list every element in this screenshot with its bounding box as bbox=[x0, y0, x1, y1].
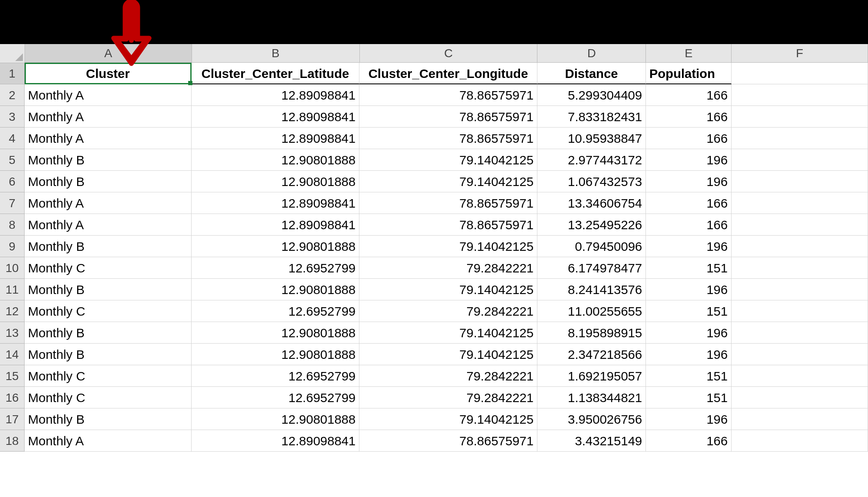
select-all-corner[interactable] bbox=[0, 44, 25, 63]
cell-D8[interactable]: 13.25495226 bbox=[537, 214, 646, 236]
cell-A5[interactable]: Monthly B bbox=[25, 149, 192, 171]
cell-E12[interactable]: 151 bbox=[646, 300, 732, 322]
cell-F7[interactable] bbox=[732, 192, 868, 214]
cell-C16[interactable]: 79.2842221 bbox=[359, 387, 537, 408]
cell-E17[interactable]: 196 bbox=[646, 408, 732, 430]
cell-B16[interactable]: 12.6952799 bbox=[192, 387, 359, 408]
row-header-8[interactable]: 8 bbox=[0, 214, 25, 236]
cell-C6[interactable]: 79.14042125 bbox=[359, 171, 537, 192]
cell-B14[interactable]: 12.90801888 bbox=[192, 344, 359, 365]
cell-A17[interactable]: Monthly B bbox=[25, 408, 192, 430]
cell-E15[interactable]: 151 bbox=[646, 365, 732, 387]
cell-A13[interactable]: Monthly B bbox=[25, 322, 192, 344]
cell-C9[interactable]: 79.14042125 bbox=[359, 236, 537, 257]
cell-D7[interactable]: 13.34606754 bbox=[537, 192, 646, 214]
row-header-2[interactable]: 2 bbox=[0, 84, 25, 106]
row-header-16[interactable]: 16 bbox=[0, 387, 25, 408]
cell-D5[interactable]: 2.977443172 bbox=[537, 149, 646, 171]
cell-B3[interactable]: 12.89098841 bbox=[192, 106, 359, 128]
cell-D14[interactable]: 2.347218566 bbox=[537, 344, 646, 365]
cell-F4[interactable] bbox=[732, 128, 868, 149]
cell-B4[interactable]: 12.89098841 bbox=[192, 128, 359, 149]
cell-A1[interactable]: Cluster bbox=[25, 63, 192, 84]
cell-D15[interactable]: 1.692195057 bbox=[537, 365, 646, 387]
cell-B13[interactable]: 12.90801888 bbox=[192, 322, 359, 344]
cell-F17[interactable] bbox=[732, 408, 868, 430]
cell-E9[interactable]: 196 bbox=[646, 236, 732, 257]
cell-E7[interactable]: 166 bbox=[646, 192, 732, 214]
cell-F12[interactable] bbox=[732, 300, 868, 322]
cell-A4[interactable]: Monthly A bbox=[25, 128, 192, 149]
cell-A15[interactable]: Monthly C bbox=[25, 365, 192, 387]
column-header-E[interactable]: E bbox=[646, 44, 732, 63]
row-header-10[interactable]: 10 bbox=[0, 257, 25, 279]
cell-A9[interactable]: Monthly B bbox=[25, 236, 192, 257]
column-header-B[interactable]: B bbox=[192, 44, 360, 63]
cell-B8[interactable]: 12.89098841 bbox=[192, 214, 359, 236]
cell-B17[interactable]: 12.90801888 bbox=[192, 408, 359, 430]
cell-E14[interactable]: 196 bbox=[646, 344, 732, 365]
row-header-4[interactable]: 4 bbox=[0, 128, 25, 149]
cell-D4[interactable]: 10.95938847 bbox=[537, 128, 646, 149]
cell-E2[interactable]: 166 bbox=[646, 84, 732, 106]
cell-C3[interactable]: 78.86575971 bbox=[359, 106, 537, 128]
column-header-F[interactable]: F bbox=[732, 44, 868, 63]
row-header-5[interactable]: 5 bbox=[0, 149, 25, 171]
cell-D13[interactable]: 8.195898915 bbox=[537, 322, 646, 344]
cell-E3[interactable]: 166 bbox=[646, 106, 732, 128]
cell-D17[interactable]: 3.950026756 bbox=[537, 408, 646, 430]
cell-C2[interactable]: 78.86575971 bbox=[359, 84, 537, 106]
cell-C11[interactable]: 79.14042125 bbox=[359, 279, 537, 300]
cell-A18[interactable]: Monthly A bbox=[25, 430, 192, 452]
cell-E10[interactable]: 151 bbox=[646, 257, 732, 279]
cell-C4[interactable]: 78.86575971 bbox=[359, 128, 537, 149]
cell-F3[interactable] bbox=[732, 106, 868, 128]
cell-D6[interactable]: 1.067432573 bbox=[537, 171, 646, 192]
cell-E13[interactable]: 196 bbox=[646, 322, 732, 344]
cell-C13[interactable]: 79.14042125 bbox=[359, 322, 537, 344]
cell-E1[interactable]: Population bbox=[646, 63, 732, 84]
cell-F9[interactable] bbox=[732, 236, 868, 257]
row-header-14[interactable]: 14 bbox=[0, 344, 25, 365]
cell-B2[interactable]: 12.89098841 bbox=[192, 84, 359, 106]
row-header-7[interactable]: 7 bbox=[0, 192, 25, 214]
cell-A16[interactable]: Monthly C bbox=[25, 387, 192, 408]
cell-E8[interactable]: 166 bbox=[646, 214, 732, 236]
cell-D2[interactable]: 5.299304409 bbox=[537, 84, 646, 106]
cell-C1[interactable]: Cluster_Center_Longitude bbox=[359, 63, 537, 84]
cell-E5[interactable]: 196 bbox=[646, 149, 732, 171]
cell-A10[interactable]: Monthly C bbox=[25, 257, 192, 279]
cell-F1[interactable] bbox=[732, 63, 868, 84]
cell-A14[interactable]: Monthly B bbox=[25, 344, 192, 365]
cell-F14[interactable] bbox=[732, 344, 868, 365]
row-header-9[interactable]: 9 bbox=[0, 236, 25, 257]
cell-B15[interactable]: 12.6952799 bbox=[192, 365, 359, 387]
cell-A7[interactable]: Monthly A bbox=[25, 192, 192, 214]
cell-B7[interactable]: 12.89098841 bbox=[192, 192, 359, 214]
cell-A12[interactable]: Monthly C bbox=[25, 300, 192, 322]
cell-C12[interactable]: 79.2842221 bbox=[359, 300, 537, 322]
cell-B6[interactable]: 12.90801888 bbox=[192, 171, 359, 192]
row-header-12[interactable]: 12 bbox=[0, 300, 25, 322]
row-header-11[interactable]: 11 bbox=[0, 279, 25, 300]
cell-F10[interactable] bbox=[732, 257, 868, 279]
row-header-17[interactable]: 17 bbox=[0, 408, 25, 430]
cell-B18[interactable]: 12.89098841 bbox=[192, 430, 359, 452]
cell-E11[interactable]: 196 bbox=[646, 279, 732, 300]
cell-C7[interactable]: 78.86575971 bbox=[359, 192, 537, 214]
cell-F8[interactable] bbox=[732, 214, 868, 236]
cell-F18[interactable] bbox=[732, 430, 868, 452]
cell-C17[interactable]: 79.14042125 bbox=[359, 408, 537, 430]
cell-F11[interactable] bbox=[732, 279, 868, 300]
cell-A2[interactable]: Monthly A bbox=[25, 84, 192, 106]
cell-D18[interactable]: 3.43215149 bbox=[537, 430, 646, 452]
cell-A3[interactable]: Monthly A bbox=[25, 106, 192, 128]
cell-D3[interactable]: 7.833182431 bbox=[537, 106, 646, 128]
cell-C18[interactable]: 78.86575971 bbox=[359, 430, 537, 452]
cell-F6[interactable] bbox=[732, 171, 868, 192]
cell-D16[interactable]: 1.138344821 bbox=[537, 387, 646, 408]
row-header-13[interactable]: 13 bbox=[0, 322, 25, 344]
cell-C8[interactable]: 78.86575971 bbox=[359, 214, 537, 236]
row-header-15[interactable]: 15 bbox=[0, 365, 25, 387]
row-header-6[interactable]: 6 bbox=[0, 171, 25, 192]
